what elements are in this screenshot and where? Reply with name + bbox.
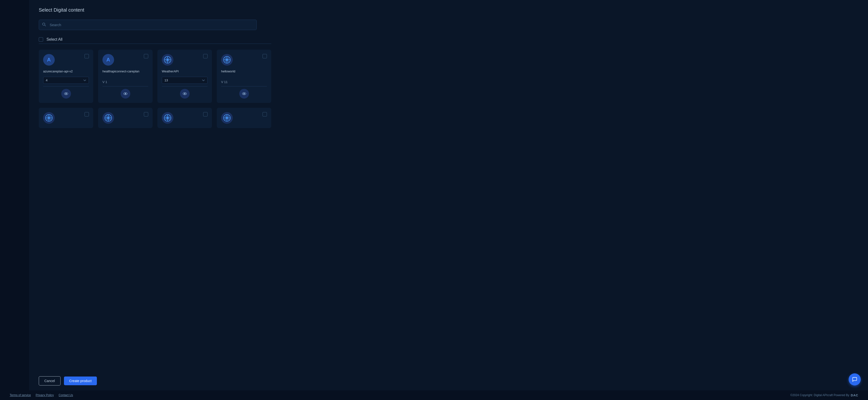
partial-logo-3 — [162, 112, 174, 124]
copyright-text: ©2024 Copyright: Digital APIcraft Powere… — [790, 394, 849, 397]
card-preview-btn-4[interactable] — [239, 89, 249, 98]
svg-point-3 — [65, 93, 66, 94]
partial-logo-2 — [102, 112, 114, 124]
select-all-row: Select All — [39, 37, 257, 42]
card-logo-2: A — [102, 54, 114, 66]
card-header-2: A — [102, 54, 148, 66]
section-divider — [39, 43, 271, 44]
card-version-select-3[interactable]: 1234 5678 9101112 13 — [162, 77, 208, 84]
dac-brand: DAC — [851, 394, 858, 397]
footer-copyright: ©2024 Copyright: Digital APIcraft Powere… — [790, 394, 858, 397]
search-input[interactable] — [39, 20, 257, 30]
card-version-text-4: V 11 — [221, 80, 267, 84]
svg-point-0 — [42, 23, 45, 25]
card-logo-4 — [221, 54, 233, 66]
partial-card-2 — [98, 108, 153, 128]
partial-checkbox-4[interactable] — [262, 112, 267, 117]
card-preview-btn-3[interactable] — [180, 89, 190, 98]
svg-point-5 — [125, 93, 126, 94]
api-card-2: A healthapiconnect-careplan V 1 — [98, 50, 153, 103]
card-bottom-3 — [162, 89, 208, 98]
card-divider-2 — [102, 86, 148, 87]
partial-logo-4 — [221, 112, 233, 124]
partial-card-3 — [157, 108, 212, 128]
card-name-1: azurecareplan-api-v2 — [43, 69, 89, 74]
search-container — [39, 20, 858, 30]
card-checkbox-2[interactable] — [144, 54, 148, 58]
card-header-3 — [162, 54, 208, 66]
partial-checkbox-2[interactable] — [144, 112, 148, 117]
card-bottom-1 — [43, 89, 89, 98]
terms-link[interactable]: Terms of service — [10, 394, 31, 397]
card-bottom-4 — [221, 89, 267, 98]
svg-line-1 — [45, 25, 46, 26]
api-card-1: A azurecareplan-api-v2 1 2 3 4 5 — [39, 50, 93, 103]
partial-card-1 — [39, 108, 93, 128]
partial-logo-1 — [43, 112, 55, 124]
cards-row2 — [39, 108, 271, 128]
privacy-link[interactable]: Privacy Policy — [36, 394, 54, 397]
azure-a-icon: A — [47, 57, 51, 63]
partial-card-header-3 — [162, 112, 208, 124]
partial-checkbox-3[interactable] — [203, 112, 208, 117]
cancel-button[interactable]: Cancel — [39, 376, 61, 386]
cards-grid: A azurecareplan-api-v2 1 2 3 4 5 — [39, 50, 271, 103]
partial-card-4 — [217, 108, 271, 128]
card-logo-1: A — [43, 54, 55, 66]
azure-a-icon-2: A — [106, 57, 110, 63]
partial-card-header-2 — [102, 112, 148, 124]
svg-point-12 — [184, 93, 185, 94]
select-all-checkbox[interactable] — [39, 37, 43, 42]
footer: Terms of service Privacy Policy Contact … — [0, 390, 868, 400]
sidebar — [0, 0, 29, 390]
action-bar: Cancel Create product — [39, 374, 858, 386]
card-preview-btn-2[interactable] — [121, 89, 130, 98]
api-card-4: helloworld V 11 — [217, 50, 271, 103]
card-logo-3 — [162, 54, 174, 66]
card-checkbox-4[interactable] — [262, 54, 267, 58]
card-version-select-1[interactable]: 1 2 3 4 5 — [43, 77, 89, 84]
partial-card-header-1 — [43, 112, 89, 124]
chat-button[interactable] — [848, 373, 861, 386]
page-title: Select Digital content — [39, 7, 858, 13]
card-bottom-2 — [102, 89, 148, 98]
partial-card-header-4 — [221, 112, 267, 124]
contact-link[interactable]: Contact Us — [59, 394, 73, 397]
svg-point-19 — [243, 93, 244, 94]
card-checkbox-1[interactable] — [85, 54, 89, 58]
footer-links: Terms of service Privacy Policy Contact … — [10, 394, 73, 397]
card-divider-4 — [221, 86, 267, 87]
partial-checkbox-1[interactable] — [85, 112, 89, 117]
card-name-2: healthapiconnect-careplan — [102, 69, 148, 78]
card-divider-3 — [162, 86, 208, 87]
card-preview-btn-1[interactable] — [61, 89, 71, 98]
card-checkbox-3[interactable] — [203, 54, 208, 58]
search-icon — [42, 23, 46, 27]
main-content: Select Digital content Select All — [29, 0, 868, 390]
create-product-button[interactable]: Create product — [64, 376, 97, 385]
select-all-label: Select All — [46, 37, 62, 42]
card-name-3: WeatherAPI — [162, 69, 208, 74]
card-name-4: helloworld — [221, 69, 267, 78]
card-header-1: A — [43, 54, 89, 66]
card-divider-1 — [43, 86, 89, 87]
card-version-text-2: V 1 — [102, 80, 148, 84]
api-card-3: WeatherAPI 1234 5678 9101112 13 — [157, 50, 212, 103]
card-header-4 — [221, 54, 267, 66]
